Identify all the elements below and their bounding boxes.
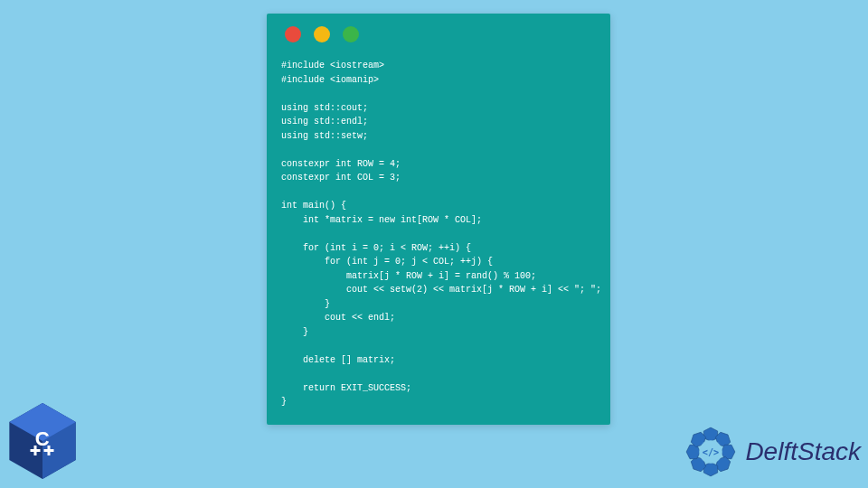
code-window: #include <iostream> #include <iomanip> u… [267, 14, 610, 425]
svg-marker-3 [704, 427, 718, 441]
cpp-logo-pluses [31, 446, 55, 456]
window-dot-minimize [314, 26, 330, 42]
brand-badge: </> DelftStack [682, 423, 861, 481]
traffic-lights [285, 26, 596, 42]
plus-icon [44, 446, 55, 456]
svg-text:</>: </> [703, 446, 720, 457]
cpp-logo: C [7, 401, 80, 483]
svg-marker-5 [722, 445, 735, 458]
plus-icon [31, 446, 42, 456]
code-block: #include <iostream> #include <iomanip> u… [281, 59, 596, 409]
brand-logo-icon: </> [682, 423, 740, 481]
window-dot-zoom [343, 26, 359, 42]
svg-marker-7 [704, 463, 718, 476]
window-dot-close [285, 26, 301, 42]
brand-name: DelftStack [745, 437, 861, 466]
svg-marker-9 [687, 445, 701, 458]
